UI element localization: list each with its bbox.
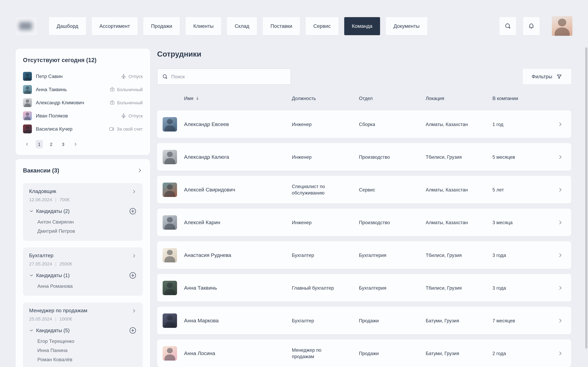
logo-image xyxy=(19,22,32,30)
app-window: Дашборд Ассортимент Продажи Клиенты Скла… xyxy=(0,0,588,367)
person-avatar xyxy=(23,72,32,81)
person-avatar xyxy=(23,85,32,94)
page-title: Сотрудники xyxy=(157,50,571,58)
person-name: Василиса Кучер xyxy=(36,126,72,132)
employee-row[interactable]: Алексей Свиридович Специалист по обслужи… xyxy=(157,176,571,203)
chevron-right-icon xyxy=(557,350,563,356)
vacancy-title-row[interactable]: Бухгалтер xyxy=(29,252,137,259)
nav-tab-label: Документы xyxy=(394,23,420,29)
pagination-page-button[interactable]: 2 xyxy=(47,140,55,148)
nav-tab[interactable]: Клиенты xyxy=(186,17,221,35)
candidates-count-label: Кандидаты (5) xyxy=(36,327,70,334)
person-name: Иван Поляков xyxy=(36,113,68,118)
chevron-down-icon[interactable] xyxy=(29,328,34,333)
status-label: За свой счет xyxy=(117,126,143,131)
employee-department: Продажи xyxy=(359,350,426,357)
status-label: Больничный xyxy=(117,100,143,105)
user-avatar[interactable] xyxy=(552,16,572,36)
vacancy-title-row[interactable]: Менеджер по продажам xyxy=(29,307,137,314)
absent-person-row[interactable]: Иван Поляков Отпуск xyxy=(23,109,143,122)
candidate-name[interactable]: Егор Терещенко xyxy=(37,337,137,346)
person-avatar xyxy=(23,111,32,120)
employee-row[interactable]: Александр Калюга Инженер Производство Тб… xyxy=(157,143,571,171)
vacancy-title-row[interactable]: Кладовщик xyxy=(29,188,137,195)
absent-person-row[interactable]: Александр Климович Больничный xyxy=(23,96,143,109)
employee-position: Бухгалтер xyxy=(292,317,338,324)
candidate-name[interactable]: Инна Панина xyxy=(37,346,137,355)
company-logo[interactable] xyxy=(16,17,37,35)
employee-location: Батуми, Грузия xyxy=(426,317,493,324)
employee-position: Инженер xyxy=(292,121,338,127)
column-header-name[interactable]: Имя xyxy=(184,95,292,102)
chevron-right-icon xyxy=(557,252,563,258)
chevron-right-icon xyxy=(137,167,143,173)
chevron-down-icon[interactable] xyxy=(29,209,34,213)
employee-department: Производство xyxy=(359,219,426,225)
column-label: Имя xyxy=(184,95,193,102)
pagination-next-button[interactable] xyxy=(71,140,79,148)
absent-today-card: Отсутствуют сегодня (12) Петр Савин Отпу… xyxy=(16,49,150,155)
vacancy-salary: 700€ xyxy=(60,197,70,202)
add-candidate-button[interactable] xyxy=(129,207,137,215)
filters-button[interactable]: Фильтры xyxy=(523,69,571,84)
employee-row[interactable]: Анастасия Руднева Бухгалтер Бухгалтерия … xyxy=(157,241,571,269)
absent-person-row[interactable]: Василиса Кучер За свой счет xyxy=(23,122,143,135)
vacation-plane-icon xyxy=(121,113,126,119)
unpaid-leave-wallet-icon xyxy=(109,126,115,132)
employee-avatar xyxy=(163,313,177,328)
absent-list: Петр Савин Отпуск Анна Таквинь xyxy=(23,70,143,135)
status-label: Отпуск xyxy=(129,74,143,79)
absent-person-row[interactable]: Анна Таквинь Больничный xyxy=(23,83,143,96)
chevron-right-icon xyxy=(131,308,137,313)
absence-status: За свой счет xyxy=(109,126,143,132)
employee-row[interactable]: Александр Евсеев Инженер Сборка Алматы, … xyxy=(157,110,571,138)
employee-department: Сборка xyxy=(359,121,426,127)
nav-tab[interactable]: Продажи xyxy=(144,17,180,35)
add-candidate-button[interactable] xyxy=(129,272,137,279)
absent-person-row[interactable]: Петр Савин Отпуск xyxy=(23,70,143,83)
employees-section: Сотрудники Фильтры Имя xyxy=(157,50,571,367)
vacancy-title: Менеджер по продажам xyxy=(29,307,87,314)
page-scrollbar[interactable] xyxy=(585,47,587,349)
search-button[interactable] xyxy=(500,17,516,35)
candidates-count-label: Кандидаты (1) xyxy=(36,272,70,279)
search-input[interactable] xyxy=(171,69,291,84)
nav-tab[interactable]: Дашборд xyxy=(49,17,86,35)
nav-tab[interactable]: Сервис xyxy=(306,17,338,35)
vacancies-header[interactable]: Вакансии (3) xyxy=(23,167,143,174)
candidate-name[interactable]: Антон Свирягин xyxy=(37,217,137,227)
vacancy-item: Менеджер по продажам 25.05.2024 | 1000€ … xyxy=(23,302,143,367)
notifications-button[interactable] xyxy=(523,17,540,35)
nav-tab[interactable]: Ассортимент xyxy=(92,17,138,35)
employee-row[interactable]: Анна Маркова Бухгалтер Продажи Батуми, Г… xyxy=(157,307,571,334)
add-candidate-button[interactable] xyxy=(129,327,137,334)
status-label: Больничный xyxy=(117,87,143,92)
vacancy-salary: 1000€ xyxy=(60,316,72,322)
employee-department: Сервис xyxy=(359,186,426,193)
nav-tab[interactable]: Поставки xyxy=(263,17,300,35)
nav-tab[interactable]: Команда xyxy=(344,17,380,35)
chevron-down-icon[interactable] xyxy=(29,273,34,278)
pagination-prev-button[interactable] xyxy=(23,140,31,148)
nav-tab[interactable]: Склад xyxy=(227,17,257,35)
sick-leave-medkit-icon xyxy=(109,100,115,106)
employee-department: Продажи xyxy=(359,317,426,324)
employee-avatar xyxy=(163,346,177,360)
employee-location: Тбилиси, Грузия xyxy=(426,252,493,258)
pagination-page-button[interactable]: 1 xyxy=(35,140,43,148)
employee-row[interactable]: Алексей Карин Инженер Производство Алмат… xyxy=(157,209,571,236)
employee-avatar xyxy=(163,248,177,262)
employee-row[interactable]: Анна Таквинь Главный бухгалтер Бухгалтер… xyxy=(157,274,571,301)
candidates-list: Егор Терещенко Инна Панина Роман Ковалёв xyxy=(29,337,137,364)
candidate-name[interactable]: Анна Романова xyxy=(37,282,137,291)
chevron-right-icon xyxy=(557,285,563,291)
employee-row[interactable]: Анна Лосина Менеджер по продажам Продажи… xyxy=(157,340,571,367)
candidate-name[interactable]: Дмитрий Петров xyxy=(37,227,137,236)
column-header-department: Отдел xyxy=(359,95,426,102)
employee-avatar xyxy=(163,215,177,230)
candidate-name[interactable]: Роман Ковалёв xyxy=(37,355,137,364)
nav-tab[interactable]: Документы xyxy=(386,17,427,35)
person-name: Анна Таквинь xyxy=(36,87,67,92)
pagination-page-button[interactable]: 3 xyxy=(60,140,67,148)
employee-department: Производство xyxy=(359,154,426,160)
